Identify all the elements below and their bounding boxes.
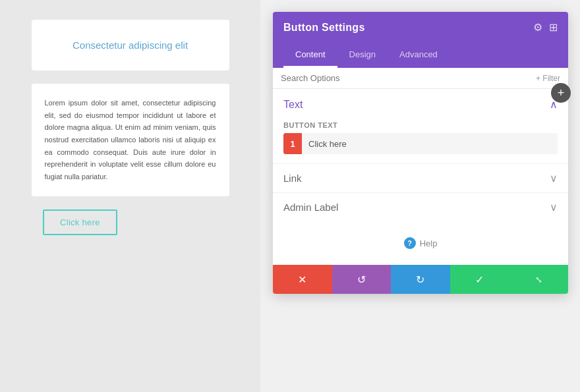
settings-panel: Button Settings ⚙ ⊞ Content Design Advan… [273,12,568,294]
confirm-button[interactable]: ✓ [450,265,509,294]
admin-label-section[interactable]: Admin Label ∨ [273,192,568,221]
link-chevron-icon: ∨ [550,172,558,184]
cancel-button[interactable]: ✕ [273,265,332,294]
help-label: Help [420,238,438,248]
tab-design[interactable]: Design [337,43,388,68]
button-text-input[interactable] [302,135,558,153]
plus-button[interactable]: + [551,83,571,103]
click-here-button[interactable]: Click here [43,210,117,235]
button-text-input-row: 1 [283,133,558,154]
text-section-title: Text [283,99,303,111]
admin-label-chevron-icon: ∨ [550,201,558,213]
body-text: Lorem ipsum dolor sit amet, consectetur … [45,97,216,183]
settings-icon[interactable]: ⚙ [533,21,542,34]
panel-tabs: Content Design Advanced [273,43,568,68]
help-icon: ? [404,237,416,249]
panel-footer: ✕ ↺ ↻ ✓ ⤡ [273,265,568,294]
filter-button[interactable]: + Filter [536,74,560,83]
admin-label-title: Admin Label [283,202,338,213]
search-input[interactable] [281,73,536,83]
link-section[interactable]: Link ∨ [273,163,568,192]
panel-header: Button Settings ⚙ ⊞ [273,12,568,43]
collapse-button[interactable]: ⤡ [509,265,568,294]
header-icons: ⚙ ⊞ [533,21,558,34]
button-text-label: Button Text [283,121,558,129]
panel-body: Text ∧ Button Text 1 Link ∨ Admin Label … [273,89,568,265]
help-section: ? Help [273,221,568,265]
canvas-area: Consectetur adipiscing elit Lorem ipsum … [0,0,260,392]
tab-content[interactable]: Content [283,43,337,68]
title-card: Consectetur adipiscing elit [32,20,229,70]
field-badge: 1 [283,133,302,154]
undo-button[interactable]: ↺ [332,265,392,294]
expand-icon[interactable]: ⊞ [549,21,558,34]
redo-button[interactable]: ↻ [391,265,450,294]
button-text-field-group: Button Text 1 [273,117,568,163]
link-section-title: Link [283,173,302,184]
tab-advanced[interactable]: Advanced [388,43,450,68]
text-section-header: Text ∧ [273,89,568,117]
panel-title: Button Settings [283,22,365,34]
text-card: Lorem ipsum dolor sit amet, consectetur … [32,84,229,196]
card-title: Consectetur adipiscing elit [72,40,188,51]
search-bar: + Filter [273,68,568,89]
